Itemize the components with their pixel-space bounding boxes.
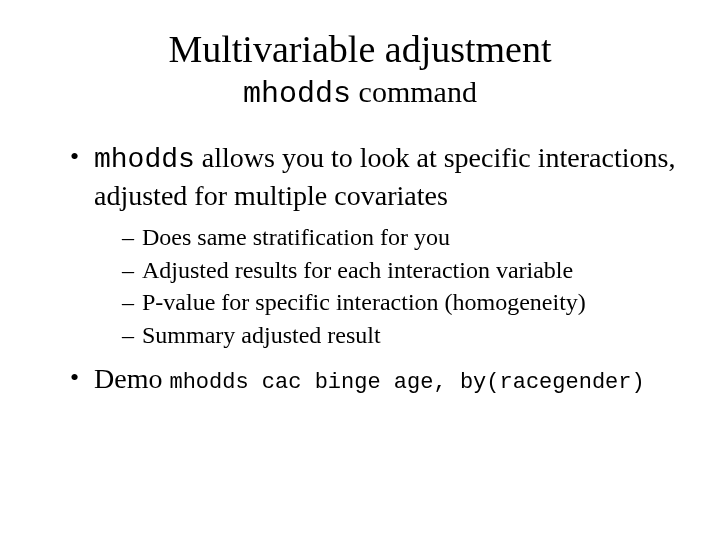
bullet-1-code: mhodds xyxy=(94,144,195,175)
sub-bullet-3: P-value for specific interaction (homoge… xyxy=(122,286,680,318)
demo-command: mhodds cac binge age, by(racegender) xyxy=(169,370,644,395)
sub-bullet-1: Does same stratification for you xyxy=(122,221,680,253)
subtitle-text: command xyxy=(351,75,477,108)
bullet-2: Demo mhodds cac binge age, by(racegender… xyxy=(70,361,680,397)
sub-bullet-4: Summary adjusted result xyxy=(122,319,680,351)
sub-bullet-list: Does same stratification for you Adjuste… xyxy=(94,221,680,351)
slide-title: Multivariable adjustment xyxy=(40,28,680,72)
subtitle-code: mhodds xyxy=(243,77,351,111)
slide-subtitle: mhodds command xyxy=(40,74,680,112)
bullet-1: mhodds allows you to look at specific in… xyxy=(70,140,680,351)
title-block: Multivariable adjustment mhodds command xyxy=(40,28,680,112)
bullet-2-label: Demo xyxy=(94,363,169,394)
sub-bullet-2: Adjusted results for each interaction va… xyxy=(122,254,680,286)
bullet-list: mhodds allows you to look at specific in… xyxy=(40,140,680,397)
